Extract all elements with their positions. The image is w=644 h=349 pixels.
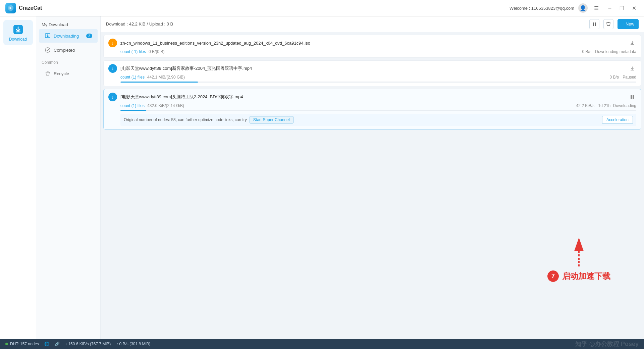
nav-downloading-label: Downloading (54, 34, 79, 39)
file-count-2: count (1) files (120, 75, 145, 80)
upload-speed-status: ↑ 0 B/s (301.8 MiB) (116, 342, 150, 346)
progress-bar-container-3 (120, 110, 636, 111)
file-size-2: 442.1 MiB/(2.90 GiB) (147, 75, 185, 80)
downloading-badge: 3 (86, 34, 92, 38)
download-status-icon-2: ↓ (108, 64, 117, 73)
svg-rect-12 (633, 95, 634, 99)
svg-rect-7 (595, 22, 596, 26)
acceleration-button[interactable]: Acceleration (602, 116, 633, 124)
app-logo (5, 3, 16, 13)
delete-button[interactable] (603, 19, 613, 29)
pause-all-button[interactable] (589, 19, 599, 29)
up-speed-label: ↑ 0 B/s (301.8 MiB) (116, 342, 150, 346)
nav-completed-label: Completed (54, 48, 75, 53)
downloading-icon (44, 33, 51, 39)
dht-status: DHT: 157 nodes (5, 342, 39, 346)
svg-rect-11 (631, 95, 632, 99)
download-filename-3: [电影天堂www.dytt89.com]头脑特工队2-2024_BD中英双字.m… (120, 94, 625, 100)
download-status-icon-3: ↓ (108, 93, 117, 101)
recycle-icon (44, 70, 51, 77)
nav-item-recycle[interactable]: Recycle (39, 67, 98, 80)
download-eta-3: 1d 21h (598, 103, 611, 108)
title-bar: CrazeCat Welcome : 1165353823@qq.com 👤 ☰… (0, 0, 644, 16)
annotation-group: 7 启动加速下载 (547, 238, 610, 282)
nav-recycle-label: Recycle (54, 71, 69, 76)
download-status-1: Downloading metadata (595, 49, 636, 54)
acceleration-hint: Original number of nodes: 58, can furthe… (120, 114, 636, 126)
welcome-text: Welcome : 1165353823@qq.com (509, 6, 574, 11)
sidebar-item-download[interactable]: Download (3, 20, 33, 45)
sidebar-download-label: Download (9, 37, 27, 42)
close-button[interactable]: ✕ (629, 3, 639, 13)
download-save-icon-2[interactable] (628, 64, 636, 72)
new-download-button[interactable]: + New (618, 19, 639, 29)
minimize-button[interactable]: – (605, 3, 614, 13)
watermark: 知乎 @办公教程 Posey (575, 340, 639, 348)
download-status-icon-1: ↓ (108, 39, 117, 47)
download-speed-3: 42.2 KiB/s (576, 103, 595, 108)
accel-hint-text: Original number of nodes: 58, can furthe… (124, 117, 247, 122)
file-size-3: 432.0 KiB/(2.14 GiB) (147, 103, 184, 108)
start-super-channel-button[interactable]: Start Super Channel (250, 116, 293, 123)
file-count-3: count (1) files (120, 103, 145, 108)
left-panel: My Download Downloading 3 (36, 16, 101, 339)
sidebar: Download (0, 16, 36, 339)
arrow-head (574, 238, 584, 251)
download-icon (12, 23, 24, 36)
annotation-row: 7 启动加速下载 (547, 270, 610, 282)
download-item: ↓ zh-cn_windows_11_business_editions_ver… (103, 35, 641, 58)
app-name: CrazeCat (19, 5, 42, 11)
file-count-1: count (-1) files (120, 49, 146, 54)
common-section-title: Common (36, 57, 100, 66)
download-item: ↓ [电影天堂www.dytt89.com]新客家故事-2004_蓝光国粤双语中… (103, 60, 641, 86)
toolbar: Download : 42.2 KiB / Upload : 0 B + New (101, 16, 644, 32)
user-avatar-icon[interactable]: 👤 (578, 3, 588, 13)
restore-button[interactable]: ❐ (617, 3, 627, 13)
my-download-header: My Download (36, 19, 100, 29)
progress-bar-3 (120, 110, 146, 111)
download-save-icon-1[interactable] (628, 39, 636, 47)
nav-item-downloading[interactable]: Downloading 3 (39, 29, 98, 43)
download-filename-2: [电影天堂www.dytt89.com]新客家故事-2004_蓝光国粤双语中字.… (120, 65, 625, 71)
progress-bar-container-2 (120, 82, 636, 83)
download-speed-2: 0 B/s (610, 75, 619, 80)
network-icon-2: 🔗 (55, 342, 60, 346)
arrow-shaft (578, 251, 580, 268)
download-speed-status: ↓ 150.6 KiB/s (767.7 MiB) (65, 342, 111, 346)
status-bar: DHT: 157 nodes 🌐 🔗 ↓ 150.6 KiB/s (767.7 … (0, 339, 644, 349)
download-item-active: ↓ [电影天堂www.dytt89.com]头脑特工队2-2024_BD中英双字… (103, 89, 641, 130)
nav-item-completed[interactable]: Completed (39, 43, 98, 57)
dht-label: DHT: 157 nodes (10, 342, 39, 346)
file-size-1: 0 B/(0 B) (149, 49, 164, 54)
progress-bar-2 (120, 82, 198, 83)
main-content: Download : 42.2 KiB / Upload : 0 B + New (101, 16, 644, 339)
down-speed-label: ↓ 150.6 KiB/s (767.7 MiB) (65, 342, 111, 346)
download-list: ↓ zh-cn_windows_11_business_editions_ver… (101, 32, 644, 339)
step-badge: 7 (547, 270, 559, 282)
pause-download-btn-3[interactable] (628, 93, 636, 101)
download-speed-1: 0 B/s (582, 49, 591, 54)
svg-rect-6 (593, 22, 594, 26)
network-icon-1: 🌐 (44, 342, 49, 346)
annotation-text: 启动加速下载 (562, 271, 610, 282)
download-filename-1: zh-cn_windows_11_business_editions_versi… (120, 41, 625, 46)
dht-dot (5, 343, 8, 345)
menu-button[interactable]: ☰ (592, 3, 601, 13)
completed-icon (44, 47, 51, 53)
toolbar-stats: Download : 42.2 KiB / Upload : 0 B (106, 21, 585, 27)
download-status-3: Downloading (613, 103, 636, 108)
download-status-2: Paused (623, 75, 636, 80)
